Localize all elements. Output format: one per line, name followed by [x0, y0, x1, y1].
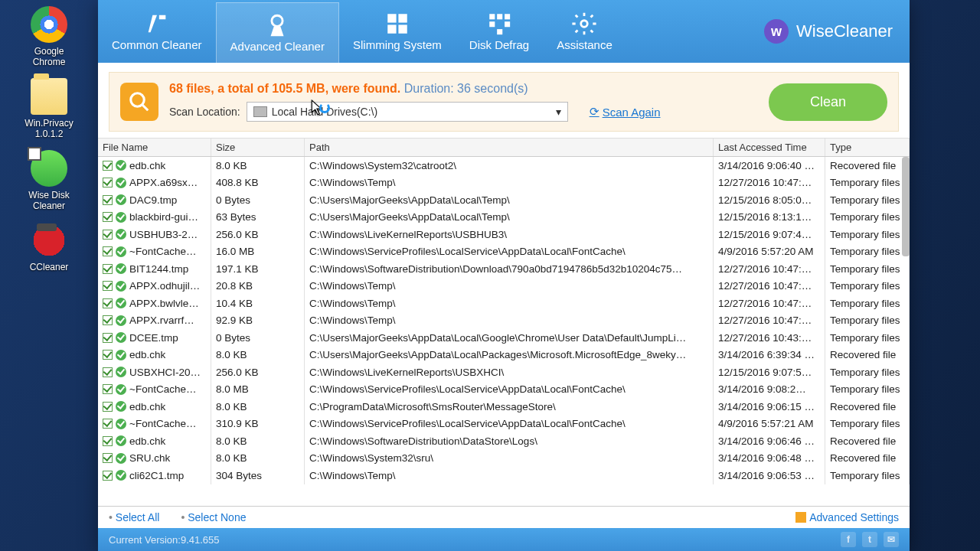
tab-advanced-cleaner[interactable]: Advanced Cleaner — [216, 2, 339, 63]
row-checkbox[interactable] — [103, 367, 113, 377]
table-row[interactable]: APPX.bwlvle…10.4 KBC:\Windows\Temp\12/27… — [98, 295, 910, 312]
cell-time: 12/27/2016 10:47:… — [714, 277, 825, 295]
tab-assistance[interactable]: Assistance — [543, 0, 626, 63]
scan-location-select[interactable]: Local Hard Drives(C:\) ▾ — [247, 102, 568, 122]
table-row[interactable]: edb.chk8.0 KBC:\ProgramData\Microsoft\Sm… — [98, 398, 910, 416]
svg-rect-10 — [497, 29, 502, 34]
table-row[interactable]: DAC9.tmp0 BytesC:\Users\MajorGeeks\AppDa… — [98, 191, 910, 209]
table-row[interactable]: APPX.odhujil…20.8 KBC:\Windows\Temp\12/2… — [98, 278, 910, 295]
cell-filename: USBHUB3-2… — [129, 229, 198, 240]
tab-slimming-system[interactable]: Slimming System — [339, 0, 456, 63]
cell-filename: edb.chk — [129, 401, 165, 412]
row-checkbox[interactable] — [103, 264, 113, 274]
scan-location-label: Scan Location: — [169, 106, 240, 118]
row-checkbox[interactable] — [103, 161, 113, 171]
table-row[interactable]: SRU.chk8.0 KBC:\Windows\System32\sru\3/1… — [98, 450, 910, 468]
scan-again-link[interactable]: ⟳ Scan Again — [590, 105, 661, 119]
row-checkbox[interactable] — [103, 298, 113, 308]
cell-size: 8.0 MB — [211, 380, 305, 398]
cell-size: 256.0 KB — [211, 226, 305, 243]
row-checkbox[interactable] — [103, 195, 113, 205]
col-path[interactable]: Path — [305, 139, 714, 156]
cell-time: 3/14/2016 9:06:40 … — [714, 157, 825, 174]
cell-size: 8.0 KB — [211, 449, 305, 467]
row-checkbox[interactable] — [103, 230, 113, 240]
col-filename[interactable]: File Name — [98, 139, 211, 156]
select-none-link[interactable]: Select None — [181, 511, 246, 523]
cell-path: C:\Windows\System32\sru\ — [305, 449, 714, 467]
cell-size: 20.8 KB — [211, 277, 305, 295]
row-checkbox[interactable] — [103, 471, 113, 481]
row-checkbox[interactable] — [103, 315, 113, 325]
magnifier-icon — [120, 83, 158, 121]
col-size[interactable]: Size — [211, 139, 305, 156]
table-row[interactable]: BIT1244.tmp197.1 KBC:\Windows\SoftwareDi… — [98, 260, 910, 278]
row-checkbox[interactable] — [103, 402, 113, 412]
table-row[interactable]: DCEE.tmp0 BytesC:\Users\MajorGeeks\AppDa… — [98, 329, 910, 347]
select-all-link[interactable]: Select All — [109, 511, 159, 523]
cell-path: C:\Windows\System32\catroot2\ — [305, 157, 714, 174]
mail-icon[interactable]: ✉ — [884, 532, 899, 547]
row-checkbox[interactable] — [103, 350, 113, 360]
duration-text: Duration: 36 second(s) — [404, 82, 528, 95]
table-row[interactable]: USBXHCI-20…256.0 KBC:\Windows\LiveKernel… — [98, 364, 910, 381]
table-row[interactable]: APPX.a69sx…408.8 KBC:\Windows\Temp\12/27… — [98, 174, 910, 192]
col-type[interactable]: Type — [825, 139, 910, 156]
table-row[interactable]: ~FontCache…8.0 MBC:\Windows\ServiceProfi… — [98, 381, 910, 399]
cell-path: C:\Windows\Temp\ — [305, 174, 714, 191]
desktop-icon[interactable]: Google Chrome — [20, 6, 78, 67]
icon-label: Google Chrome — [20, 46, 78, 67]
row-checkbox[interactable] — [103, 384, 113, 394]
cell-time: 3/14/2016 9:08:2… — [714, 380, 825, 398]
cell-type: Temporary files — [825, 295, 910, 312]
results-grid: File Name Size Path Last Accessed Time T… — [98, 138, 910, 528]
check-icon — [116, 315, 126, 326]
cell-type: Recovered file — [825, 449, 910, 467]
clean-button[interactable]: Clean — [769, 83, 887, 121]
row-checkbox[interactable] — [103, 178, 113, 187]
tab-icon — [144, 11, 170, 37]
cell-type: Recovered file — [825, 157, 910, 174]
cell-size: 310.9 KB — [211, 415, 305, 432]
advanced-settings-link[interactable]: Advanced Settings — [795, 511, 899, 523]
table-row[interactable]: edb.chk8.0 KBC:\Users\MajorGeeks\AppData… — [98, 347, 910, 364]
svg-point-0 — [272, 15, 283, 26]
row-checkbox[interactable] — [103, 436, 113, 446]
table-row[interactable]: ~FontCache…310.9 KBC:\Windows\ServicePro… — [98, 416, 910, 433]
cell-path: C:\Windows\Temp\ — [305, 277, 714, 295]
table-row[interactable]: APPX.rvarrf…92.9 KBC:\Windows\Temp\12/27… — [98, 312, 910, 330]
desktop-icon[interactable]: CCleaner — [20, 222, 78, 272]
desktop-icon[interactable]: Wise Disk Cleaner — [20, 150, 78, 211]
table-row[interactable]: USBHUB3-2…256.0 KBC:\Windows\LiveKernelR… — [98, 226, 910, 243]
cell-path: C:\Windows\SoftwareDistribution\DataStor… — [305, 432, 714, 450]
cell-type: Recovered file — [825, 398, 910, 416]
table-row[interactable]: cli62C1.tmp304 BytesC:\Windows\Temp\3/14… — [98, 467, 910, 484]
row-checkbox[interactable] — [103, 453, 113, 463]
scrollbar[interactable] — [902, 157, 910, 256]
row-checkbox[interactable] — [103, 419, 113, 429]
check-icon — [116, 229, 126, 240]
table-row[interactable]: ~FontCache…16.0 MBC:\Windows\ServiceProf… — [98, 243, 910, 261]
svg-rect-2 — [398, 14, 407, 22]
cell-path: C:\Windows\Temp\ — [305, 311, 714, 329]
twitter-icon[interactable]: t — [862, 532, 877, 547]
status-bar: Current Version:9.41.655 f t ✉ — [98, 528, 910, 551]
table-row[interactable]: blackbird-gui…63 BytesC:\Users\MajorGeek… — [98, 209, 910, 227]
row-checkbox[interactable] — [103, 212, 113, 222]
check-icon — [116, 160, 126, 171]
table-row[interactable]: edb.chk8.0 KBC:\Windows\SoftwareDistribu… — [98, 432, 910, 450]
row-checkbox[interactable] — [103, 246, 113, 256]
facebook-icon[interactable]: f — [841, 532, 856, 547]
app-icon — [31, 78, 67, 115]
row-checkbox[interactable] — [103, 281, 113, 291]
tab-common-cleaner[interactable]: Common Cleaner — [98, 0, 216, 63]
desktop-icon[interactable]: Win.Privacy 1.0.1.2 — [20, 78, 78, 139]
table-row[interactable]: edb.chk8.0 KBC:\Windows\System32\catroot… — [98, 157, 910, 174]
tab-disk-defrag[interactable]: Disk Defrag — [456, 0, 543, 63]
col-time[interactable]: Last Accessed Time — [714, 139, 825, 156]
row-checkbox[interactable] — [103, 333, 113, 343]
grid-body[interactable]: edb.chk8.0 KBC:\Windows\System32\catroot… — [98, 157, 910, 506]
cell-type: Recovered file — [825, 432, 910, 450]
check-icon — [116, 281, 126, 292]
cell-size: 16.0 MB — [211, 243, 305, 260]
